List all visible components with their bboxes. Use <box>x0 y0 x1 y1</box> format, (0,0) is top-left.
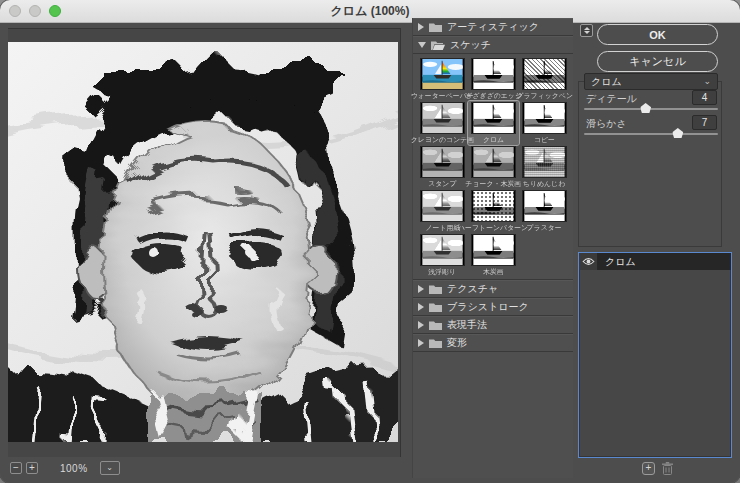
disclosure-down-icon <box>418 42 426 48</box>
zoom-out-button[interactable]: − <box>10 462 22 474</box>
filter-thumb-halftone-pattern[interactable]: ハーフトーンパターン <box>468 189 519 233</box>
zoom-in-button[interactable]: + <box>26 462 38 474</box>
disclosure-right-icon <box>418 303 424 311</box>
detail-value-field[interactable]: 4 <box>692 90 717 105</box>
zoom-level-value: 100% <box>60 463 88 474</box>
effect-layer-name: クロム <box>598 253 731 270</box>
sketch-thumbnail-grid: ウォーターペーパー ぎざぎざのエッジ グラフィックペン クレヨンのコンテ画 クロ… <box>413 54 573 280</box>
filter-thumb-photocopy[interactable]: コピー <box>519 101 570 145</box>
category-label: スケッチ <box>450 38 491 52</box>
visibility-toggle[interactable] <box>579 253 598 270</box>
category-sketch[interactable]: スケッチ <box>413 36 573 54</box>
disclosure-right-icon <box>418 339 424 347</box>
smoothness-slider[interactable] <box>584 133 718 135</box>
title-bar[interactable]: クロム (100%) <box>0 0 740 23</box>
filter-select-value: クロム <box>591 75 703 89</box>
effect-layer-list: クロム <box>578 252 732 458</box>
effect-layer-row[interactable]: クロム <box>579 253 731 270</box>
folder-closed-icon <box>429 284 442 294</box>
disclosure-right-icon <box>418 23 424 31</box>
category-label: アーティスティック <box>447 20 539 34</box>
close-button[interactable] <box>9 5 21 17</box>
filter-thumb-conte-crayon[interactable]: クレヨンのコンテ画 <box>417 101 468 145</box>
filter-gallery-dialog: クロム (100%) <box>0 0 740 483</box>
folder-closed-icon <box>429 302 442 312</box>
eye-icon <box>582 257 595 266</box>
category-stylize[interactable]: 表現手法 <box>413 316 573 334</box>
folder-closed-icon <box>429 338 442 348</box>
zoom-window-button[interactable] <box>49 5 61 17</box>
folder-open-icon <box>431 40 445 50</box>
smoothness-value-field[interactable]: 7 <box>692 115 717 130</box>
toggle-thumbnails-button[interactable] <box>580 24 593 37</box>
zoom-menu-button[interactable]: ⌄ <box>100 461 120 475</box>
chevron-down-icon <box>584 31 590 34</box>
chevron-down-icon: ⌄ <box>703 77 711 86</box>
filter-thumb-stamp[interactable]: スタンプ <box>417 145 468 189</box>
filter-thumb-water-paper[interactable]: ウォーターペーパー <box>417 57 468 101</box>
cancel-button[interactable]: キャンセル <box>597 51 718 72</box>
folder-closed-icon <box>429 320 442 330</box>
category-label: 変形 <box>447 336 467 350</box>
disclosure-right-icon <box>418 321 424 329</box>
filter-thumb-graphic-pen[interactable]: グラフィックペン <box>519 57 570 101</box>
category-brush-strokes[interactable]: ブラシストローク <box>413 298 573 316</box>
traffic-lights <box>9 5 61 17</box>
filter-select-dropdown[interactable]: クロム ⌄ <box>584 73 718 90</box>
preview-image[interactable] <box>8 42 398 442</box>
filter-thumb-torn-edges[interactable]: ぎざぎざのエッジ <box>468 57 519 101</box>
folder-closed-icon <box>429 22 442 32</box>
filter-thumb-plaster[interactable]: プラスター <box>519 189 570 233</box>
filter-thumb-charcoal[interactable]: 木炭画 <box>468 233 519 277</box>
category-label: 表現手法 <box>447 318 487 332</box>
detail-slider-label: ディテール <box>586 92 637 106</box>
ok-button[interactable]: OK <box>597 24 718 45</box>
zoom-controls: − + 100% ⌄ <box>10 461 120 475</box>
disclosure-right-icon <box>418 285 424 293</box>
category-label: ブラシストローク <box>447 300 529 314</box>
filter-thumb-bas-relief[interactable]: 浅浮彫り <box>417 233 468 277</box>
delete-effect-layer-button[interactable] <box>662 462 673 475</box>
new-effect-layer-button[interactable]: + <box>642 462 655 475</box>
category-texture[interactable]: テクスチャ <box>413 280 573 298</box>
category-distort[interactable]: 変形 <box>413 334 573 352</box>
category-artistic[interactable]: アーティスティック <box>413 18 573 36</box>
minimize-button[interactable] <box>29 5 41 17</box>
chevron-up-icon <box>584 27 590 30</box>
detail-slider[interactable] <box>584 108 718 110</box>
filter-thumb-chalk-charcoal[interactable]: チョーク・木炭画 <box>468 145 519 189</box>
filter-thumb-water-crepe[interactable]: ちりめんじわ <box>519 145 570 189</box>
window-title: クロム (100%) <box>331 3 410 20</box>
effect-layer-actions: + <box>642 462 673 475</box>
filter-thumb-chrome[interactable]: クロム <box>468 101 519 145</box>
filter-category-panel: アーティスティック スケッチ ウォーターペーパー ぎざぎざのエッジ グラフィック… <box>412 18 573 478</box>
category-label: テクスチャ <box>447 282 498 296</box>
smoothness-slider-label: 滑らかさ <box>586 117 627 131</box>
preview-panel <box>8 28 401 457</box>
